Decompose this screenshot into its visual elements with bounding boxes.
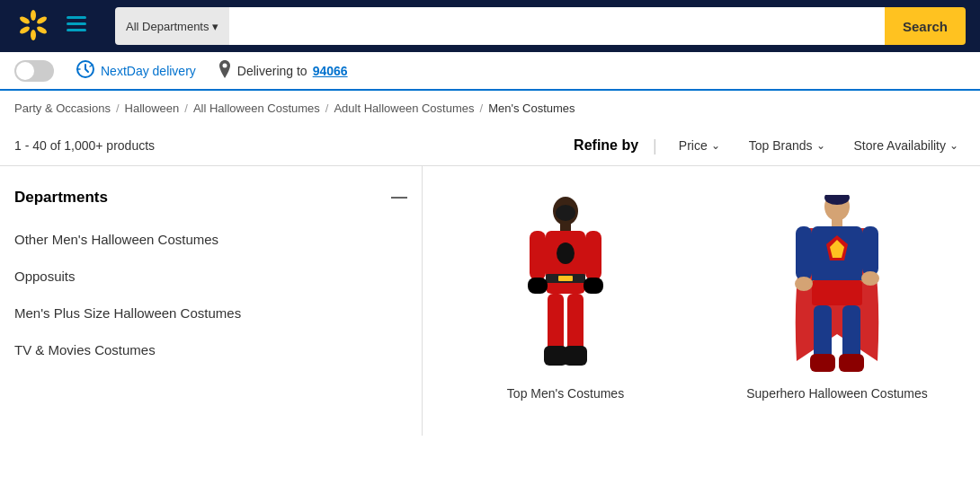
svg-rect-28: [832, 219, 842, 226]
svg-rect-31: [812, 280, 862, 305]
svg-point-4: [19, 24, 31, 34]
breadcrumb-sep-2: /: [184, 101, 188, 115]
sidebar-title: Departments —: [14, 188, 407, 207]
breadcrumb-sep-4: /: [480, 101, 484, 115]
breadcrumb-sep-3: /: [325, 101, 329, 115]
main-layout: Departments — Other Men's Halloween Cost…: [0, 166, 980, 436]
sidebar: Departments — Other Men's Halloween Cost…: [0, 166, 423, 436]
svg-point-10: [222, 64, 227, 68]
svg-rect-25: [564, 346, 587, 366]
svg-point-2: [36, 24, 48, 34]
toggle-knob: [16, 62, 34, 80]
svg-rect-8: [67, 29, 86, 31]
svg-point-1: [36, 14, 48, 24]
menu-icon[interactable]: [67, 14, 86, 38]
breadcrumb: Party & Occasions / Halloween / All Hall…: [0, 91, 980, 126]
svg-rect-38: [814, 305, 832, 359]
breadcrumb-halloween[interactable]: Halloween: [125, 101, 180, 115]
storeavailability-filter-btn[interactable]: Store Availability ⌄: [847, 135, 966, 156]
breadcrumb-adult-costumes[interactable]: Adult Halloween Costumes: [334, 101, 474, 115]
product-count: 1 - 40 of 1,000+ products: [14, 138, 155, 153]
svg-rect-36: [862, 226, 878, 276]
sidebar-collapse-btn[interactable]: —: [391, 188, 407, 207]
header: All Departments ▾ Search: [0, 0, 980, 52]
svg-rect-41: [839, 354, 864, 372]
dept-select[interactable]: All Departments ▾: [115, 7, 229, 45]
svg-rect-40: [842, 305, 860, 359]
svg-point-35: [795, 277, 813, 291]
svg-rect-19: [528, 278, 548, 294]
svg-rect-22: [548, 294, 564, 352]
delivering-text: Delivering to 94066: [218, 60, 348, 81]
svg-rect-16: [558, 276, 573, 281]
nextday-icon: [76, 59, 95, 82]
svg-rect-13: [560, 224, 571, 231]
search-container: All Departments ▾ Search: [115, 7, 966, 45]
price-chevron-icon: ⌄: [711, 139, 720, 152]
svg-point-5: [19, 14, 31, 24]
svg-rect-21: [584, 278, 603, 294]
svg-point-37: [861, 271, 879, 286]
product-title-1: Superhero Halloween Costumes: [746, 385, 928, 403]
sidebar-item-0[interactable]: Other Men's Halloween Costumes: [14, 221, 407, 258]
refine-separator: |: [653, 137, 657, 155]
dept-chevron-icon: ▾: [212, 20, 218, 33]
dept-select-label: All Departments: [126, 20, 209, 33]
nextday-label[interactable]: NextDay delivery: [76, 59, 196, 82]
price-filter-btn[interactable]: Price ⌄: [672, 135, 727, 156]
breadcrumb-all-costumes[interactable]: All Halloween Costumes: [193, 101, 320, 115]
product-card-1[interactable]: Superhero Halloween Costumes: [708, 181, 966, 418]
svg-rect-18: [530, 231, 546, 280]
walmart-logo[interactable]: [14, 6, 52, 47]
svg-rect-34: [796, 226, 812, 280]
search-input[interactable]: [229, 7, 884, 45]
sidebar-item-1[interactable]: Opposuits: [14, 258, 407, 295]
svg-rect-20: [585, 231, 601, 280]
nextday-toggle[interactable]: [14, 60, 54, 82]
svg-rect-6: [67, 16, 86, 19]
product-image-0: [485, 195, 646, 375]
breadcrumb-sep-1: /: [116, 101, 120, 115]
product-image-1: [756, 195, 918, 375]
refine-by-label: Refine by: [574, 137, 638, 154]
svg-rect-24: [567, 294, 584, 352]
zip-code[interactable]: 94066: [313, 64, 348, 78]
storeavailability-chevron-icon: ⌄: [949, 139, 958, 152]
svg-point-12: [556, 205, 575, 221]
svg-point-0: [31, 10, 36, 21]
breadcrumb-current: Men's Costumes: [488, 101, 575, 115]
topbrands-chevron-icon: ⌄: [816, 139, 825, 152]
product-grid: Top Men's Costumes: [423, 166, 980, 436]
svg-rect-7: [67, 22, 86, 25]
svg-point-17: [557, 243, 575, 264]
location-icon: [218, 60, 232, 81]
search-button[interactable]: Search: [885, 7, 966, 45]
svg-rect-39: [810, 354, 835, 372]
svg-point-3: [31, 30, 36, 40]
product-card-0[interactable]: Top Men's Costumes: [437, 181, 694, 418]
breadcrumb-party[interactable]: Party & Occasions: [14, 101, 111, 115]
sidebar-item-3[interactable]: TV & Movies Costumes: [14, 331, 407, 368]
refine-bar: 1 - 40 of 1,000+ products Refine by | Pr…: [0, 126, 980, 166]
topbrands-filter-btn[interactable]: Top Brands ⌄: [742, 135, 833, 156]
product-title-0: Top Men's Costumes: [507, 385, 624, 403]
sidebar-item-2[interactable]: Men's Plus Size Halloween Costumes: [14, 295, 407, 331]
delivery-bar: NextDay delivery Delivering to 94066: [0, 52, 980, 91]
